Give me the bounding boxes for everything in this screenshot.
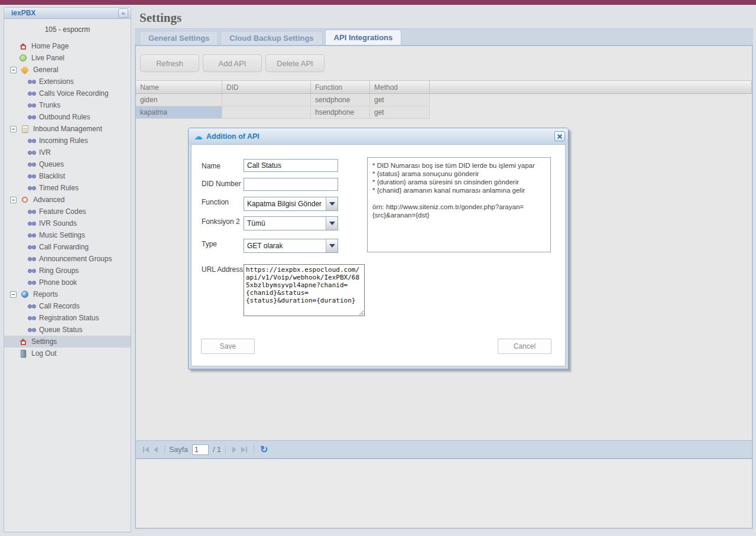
cell-did[interactable] [222, 94, 311, 106]
prev-page-icon[interactable] [151, 446, 160, 454]
sidebar-item-extensions[interactable]: Extensions [4, 76, 131, 87]
sidebar-item-queues[interactable]: Queues [4, 158, 131, 170]
sidebar-item-trunks[interactable]: Trunks [4, 99, 131, 111]
sidebar-item-ivr-sounds[interactable]: IVR Sounds [4, 217, 131, 229]
first-page-icon[interactable] [141, 446, 151, 454]
column-header-function[interactable]: Function [311, 80, 370, 94]
sidebar-item-label: Calls Voice Recording [39, 89, 108, 98]
sidebar-item-inbound-management[interactable]: Inbound Management [4, 123, 131, 135]
addition-of-api-dialog: ☁ Addition of API Name DID Number Functi… [188, 128, 569, 369]
column-header-name[interactable]: Name [136, 80, 222, 94]
tab-api-integrations[interactable]: API Integrations [325, 30, 402, 45]
refresh-button[interactable]: Refresh [140, 54, 199, 72]
sidebar-item-blacklist[interactable]: Blacklist [4, 170, 131, 182]
sidebar-item-call-records[interactable]: Call Records [4, 300, 131, 312]
tab-cloud-backup-settings[interactable]: Cloud Backup Settings [220, 31, 322, 45]
page-number-input[interactable] [192, 444, 209, 455]
bullet-dots-icon [28, 92, 35, 96]
page-total-label: / 1 [213, 446, 221, 454]
sidebar-item-label: General [33, 66, 59, 74]
last-page-icon[interactable] [239, 446, 249, 454]
delete-api-button[interactable]: Delete API [265, 54, 325, 72]
sidebar-item-feature-codes[interactable]: Feature Codes [4, 206, 131, 217]
collapse-minus-icon[interactable] [10, 291, 17, 298]
page-label: Sayfa [169, 446, 188, 454]
cancel-button[interactable]: Cancel [498, 339, 551, 354]
extension-account-label: 105 - espocrm [4, 19, 131, 40]
collapse-minus-icon[interactable] [10, 67, 17, 73]
save-button[interactable]: Save [201, 339, 255, 354]
home-icon [18, 42, 28, 50]
app-title: iexPBX [11, 9, 118, 17]
sidebar-item-calls-voice-recording[interactable]: Calls Voice Recording [4, 87, 131, 99]
sidebar-item-settings[interactable]: Settings [4, 336, 131, 347]
divider [225, 445, 226, 454]
column-header-filler [430, 80, 752, 94]
sidebar-item-ivr[interactable]: IVR [4, 147, 131, 158]
type-label: Type [202, 240, 217, 248]
close-icon[interactable] [554, 131, 565, 141]
cell-method[interactable]: get [370, 106, 430, 119]
cell-function[interactable]: hsendphone [311, 106, 370, 119]
type-select[interactable]: GET olarak [244, 239, 338, 253]
refresh-grid-icon[interactable]: ↻ [260, 445, 268, 454]
cell-function[interactable]: sendphone [311, 94, 370, 106]
bullet-dots-icon [28, 115, 35, 119]
fonksiyon2-select[interactable]: Tümü [244, 216, 338, 230]
sidebar-collapse-button[interactable]: « [118, 8, 128, 18]
collapse-minus-icon[interactable] [10, 126, 17, 132]
bullet-dots-icon [28, 257, 35, 261]
sidebar-item-ring-groups[interactable]: Ring Groups [4, 265, 131, 277]
sidebar-item-log-out[interactable]: Log Out [4, 347, 131, 359]
sidebar-item-outbound-rules[interactable]: Outbound Rules [4, 111, 131, 123]
collapse-minus-icon[interactable] [10, 197, 17, 203]
chevron-down-icon[interactable] [326, 239, 338, 252]
sidebar-item-label: Call Forwarding [39, 243, 89, 251]
sidebar-item-label: Log Out [31, 349, 57, 358]
sidebar-item-registration-status[interactable]: Registration Status [4, 312, 131, 324]
function-select[interactable]: Kapatma Bilgisi Gönder [244, 197, 338, 211]
page-title: Settings [135, 5, 753, 28]
sidebar-item-label: Settings [31, 337, 57, 346]
bullet-dots-icon [28, 80, 35, 84]
url-address-textarea[interactable]: https://iexpbx.espocloud.com/api/v1/Voip… [244, 264, 365, 316]
sidebar-item-live-panel[interactable]: Live Panel [4, 52, 131, 64]
bullet-dots-icon [28, 269, 35, 273]
sidebar-item-announcement-groups[interactable]: Announcement Groups [4, 253, 131, 265]
cell-name[interactable]: kapatma [136, 106, 222, 119]
sidebar-item-label: Reports [33, 290, 58, 298]
sidebar-item-queue-status[interactable]: Queue Status [4, 324, 131, 336]
table-row[interactable]: giden sendphone get [136, 94, 752, 106]
sidebar-item-reports[interactable]: Reports [4, 288, 131, 300]
function-label: Function [202, 198, 229, 206]
column-header-did[interactable]: DID [222, 80, 311, 94]
add-api-button[interactable]: Add API [203, 54, 262, 72]
chevron-down-icon[interactable] [326, 217, 338, 230]
sidebar-item-general[interactable]: General [4, 64, 131, 76]
sidebar-item-phone-book[interactable]: Phone book [4, 277, 131, 288]
did-number-input[interactable] [244, 178, 338, 191]
bullet-dots-icon [28, 210, 35, 214]
sidebar-item-incoming-rules[interactable]: Incoming Rules [4, 135, 131, 147]
sidebar-item-advanced[interactable]: Advanced [4, 194, 131, 206]
chevron-down-icon[interactable] [326, 197, 338, 210]
sidebar-item-music-settings[interactable]: Music Settings [4, 229, 131, 241]
table-row-selected[interactable]: kapatma hsendphone get [136, 106, 752, 119]
sidebar: iexPBX « 105 - espocrm Home Page Live Pa… [4, 7, 131, 532]
tab-general-settings[interactable]: General Settings [139, 31, 218, 45]
next-page-icon[interactable] [230, 446, 239, 454]
bullet-dots-icon [28, 163, 35, 167]
bullet-dots-icon [28, 103, 35, 108]
sidebar-item-timed-rules[interactable]: Timed Rules [4, 182, 131, 194]
sidebar-item-home-page[interactable]: Home Page [4, 40, 131, 52]
gear-icon [20, 196, 30, 204]
name-input[interactable] [244, 159, 338, 172]
dialog-header[interactable]: ☁ Addition of API [189, 128, 568, 144]
cell-method[interactable]: get [370, 94, 430, 106]
column-header-method[interactable]: Method [370, 80, 430, 94]
bullet-dots-icon [28, 139, 35, 143]
sidebar-item-call-forwarding[interactable]: Call Forwarding [4, 241, 131, 253]
sidebar-item-label: Inbound Management [33, 125, 102, 133]
cell-did[interactable] [222, 106, 311, 119]
cell-name[interactable]: giden [136, 94, 222, 106]
